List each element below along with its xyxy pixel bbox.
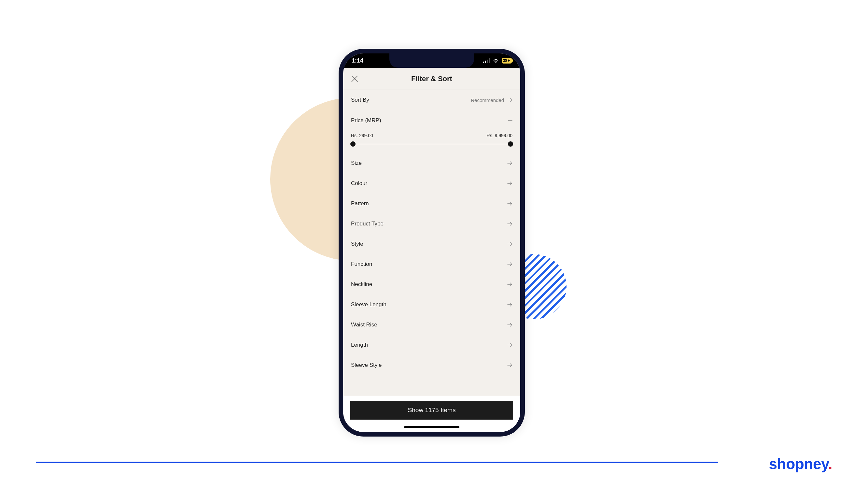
filter-label: Sleeve Style — [351, 362, 382, 369]
status-time: 1:14 — [352, 57, 363, 64]
filter-row[interactable]: Product Type — [351, 214, 513, 234]
slider-track — [353, 144, 510, 144]
arrow-right-icon — [507, 363, 513, 368]
filter-content: Sort By Recommended Price (MRP) Rs. 299.… — [343, 90, 520, 385]
phone-notch — [390, 53, 474, 68]
close-icon[interactable] — [351, 75, 358, 82]
price-max: Rs. 9,999.00 — [487, 133, 513, 138]
filters-list: SizeColourPatternProduct TypeStyleFuncti… — [351, 153, 513, 375]
filter-row[interactable]: Pattern — [351, 194, 513, 214]
arrow-right-icon — [507, 161, 513, 166]
filter-label: Neckline — [351, 281, 372, 288]
arrow-right-icon — [507, 242, 513, 246]
filter-label: Product Type — [351, 221, 383, 227]
filter-row[interactable]: Length — [351, 335, 513, 355]
filter-label: Waist Rise — [351, 321, 377, 328]
price-min: Rs. 299.00 — [351, 133, 373, 138]
price-filter-section: Price (MRP) Rs. 299.00 Rs. 9,999.00 — [351, 110, 513, 153]
minus-icon — [508, 118, 513, 123]
stage: 1:14 38 Filter & Sort Sort By — [0, 0, 868, 489]
filter-label: Size — [351, 160, 362, 167]
filter-row[interactable]: Sleeve Style — [351, 355, 513, 375]
brand-underline — [36, 462, 718, 463]
filter-label: Colour — [351, 180, 367, 187]
filter-label: Pattern — [351, 200, 369, 207]
svg-rect-2 — [487, 60, 488, 63]
arrow-right-icon — [507, 262, 513, 266]
sort-by-value: Recommended — [471, 97, 504, 103]
cellular-icon — [483, 58, 490, 63]
status-indicators: 38 — [483, 58, 512, 63]
price-filter-header[interactable]: Price (MRP) — [351, 114, 513, 127]
phone-screen: 1:14 38 Filter & Sort Sort By — [343, 53, 520, 432]
filter-row[interactable]: Size — [351, 153, 513, 173]
arrow-right-icon — [507, 181, 513, 186]
filter-row[interactable]: Neckline — [351, 274, 513, 294]
battery-indicator: 38 — [502, 58, 512, 63]
filter-row[interactable]: Function — [351, 254, 513, 274]
brand-logo: shopney. — [769, 455, 832, 473]
sort-by-label: Sort By — [351, 97, 369, 103]
sheet-header: Filter & Sort — [343, 68, 520, 90]
arrow-right-icon — [507, 343, 513, 347]
page-title: Filter & Sort — [411, 75, 452, 83]
filter-label: Sleeve Length — [351, 301, 386, 308]
filter-row[interactable]: Colour — [351, 173, 513, 194]
slider-handle-max[interactable] — [508, 141, 513, 147]
show-items-button[interactable]: Show 1175 Items — [350, 401, 513, 420]
arrow-right-icon — [507, 302, 513, 307]
sort-by-row[interactable]: Sort By Recommended — [351, 90, 513, 110]
arrow-right-icon — [507, 322, 513, 327]
arrow-right-icon — [507, 222, 513, 226]
arrow-right-icon — [507, 201, 513, 206]
filter-label: Function — [351, 261, 372, 267]
filter-row[interactable]: Style — [351, 234, 513, 254]
slider-handle-min[interactable] — [350, 141, 355, 147]
arrow-right-icon — [507, 98, 513, 102]
wifi-icon — [493, 58, 499, 63]
home-indicator — [404, 426, 459, 428]
price-label: Price (MRP) — [351, 117, 381, 124]
phone-frame: 1:14 38 Filter & Sort Sort By — [339, 49, 525, 436]
svg-rect-1 — [485, 61, 486, 63]
svg-rect-0 — [483, 62, 484, 63]
filter-row[interactable]: Waist Rise — [351, 315, 513, 335]
filter-label: Style — [351, 241, 363, 247]
svg-rect-3 — [489, 58, 490, 63]
filter-label: Length — [351, 342, 368, 348]
price-range-labels: Rs. 299.00 Rs. 9,999.00 — [351, 133, 513, 138]
arrow-right-icon — [507, 282, 513, 287]
filter-row[interactable]: Sleeve Length — [351, 294, 513, 315]
price-slider[interactable] — [351, 141, 513, 147]
